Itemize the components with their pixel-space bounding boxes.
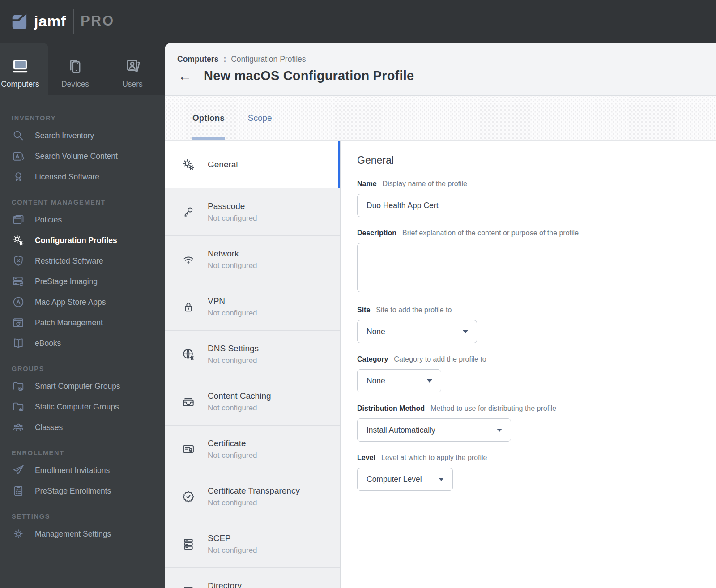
payload-status: Not configured <box>208 261 257 270</box>
sidebar-item-search-inventory[interactable]: Search Inventory <box>0 125 165 146</box>
description-textarea[interactable] <box>357 243 716 292</box>
context-tab-devices[interactable]: Devices <box>52 43 98 95</box>
context-nav: ComputersDevicesUsers <box>0 43 165 95</box>
sidebar-item-label: Static Computer Groups <box>35 402 119 412</box>
paper-plane-icon <box>12 464 25 477</box>
sidebar-item-label: Policies <box>35 215 62 225</box>
field-label: Name <box>357 180 377 188</box>
payload-text: Content CachingNot configured <box>208 391 271 413</box>
payload-title: DNS Settings <box>208 344 259 354</box>
breadcrumb-current[interactable]: Configuration Profiles <box>231 55 306 64</box>
sidebar-section-groups: GROUPSSmart Computer GroupsStatic Comput… <box>0 361 165 438</box>
sidebar-item-ebooks[interactable]: eBooks <box>0 333 165 354</box>
sidebar-item-licensed-software[interactable]: Licensed Software <box>0 166 165 187</box>
sidebar-section-header: ENROLLMENT <box>0 445 165 460</box>
seal-check-icon <box>181 490 196 504</box>
site-select[interactable]: None <box>357 320 477 343</box>
sidebar-item-restricted-software[interactable]: Restricted Software <box>0 251 165 271</box>
payload-item-passcode[interactable]: PasscodeNot configured <box>165 188 340 236</box>
sidebar: INVENTORYSearch InventorySearch Volume C… <box>0 95 165 588</box>
breadcrumb-parent[interactable]: Computers <box>177 55 218 64</box>
sidebar-section-header: CONTENT MANAGEMENT <box>0 194 165 209</box>
sidebar-section-header: GROUPS <box>0 361 165 376</box>
brand: jamf PRO <box>10 9 115 34</box>
payload-item-network[interactable]: NetworkNot configured <box>165 236 340 283</box>
main-panel: Computers : Configuration Profiles ← New… <box>165 43 716 588</box>
a-circle-icon <box>12 295 25 309</box>
context-tab-computers[interactable]: Computers <box>0 43 48 95</box>
payload-item-directory[interactable]: DirectoryNot configured <box>165 568 340 588</box>
field-hint: Level at which to apply the profile <box>381 454 487 462</box>
certificate-icon <box>181 442 196 456</box>
payload-text: DNS SettingsNot configured <box>208 344 259 365</box>
sidebar-item-label: Classes <box>35 423 63 432</box>
server-icon <box>181 537 196 551</box>
payload-text: NetworkNot configured <box>208 249 257 270</box>
payload-title: Content Caching <box>208 391 271 401</box>
sidebar-item-configuration-profiles[interactable]: Configuration Profiles <box>0 230 165 251</box>
sidebar-section-header: SETTINGS <box>0 508 165 524</box>
payload-item-vpn[interactable]: VPNNot configured <box>165 283 340 331</box>
sidebar-item-enrollment-invitations[interactable]: Enrollment Invitations <box>0 460 165 481</box>
payload-item-scep[interactable]: SCEPNot configured <box>165 520 340 568</box>
clipboard-check-icon <box>12 484 25 498</box>
field-labels: CategoryCategory to add the profile to <box>357 355 716 363</box>
payload-status: Not configured <box>208 356 259 365</box>
general-form: General NameDisplay name of the profileD… <box>341 141 716 588</box>
brand-suffix: PRO <box>81 13 115 29</box>
tab-scope[interactable]: Scope <box>248 96 272 140</box>
content-area: GeneralPasscodeNot configuredNetworkNot … <box>165 141 716 588</box>
globe-gear-icon <box>181 347 196 362</box>
field-label: Level <box>357 454 375 462</box>
tab-label: Options <box>192 113 225 123</box>
sidebar-item-management-settings[interactable]: Management Settings <box>0 524 165 544</box>
form-heading: General <box>357 154 716 166</box>
payload-title: Network <box>208 249 257 259</box>
payload-item-certificate-transparency[interactable]: Certificate TransparencyNot configured <box>165 473 340 520</box>
level-select[interactable]: Computer Level <box>357 468 453 491</box>
sidebar-item-static-computer-groups[interactable]: Static Computer Groups <box>0 396 165 417</box>
sidebar-section-inventory: INVENTORYSearch InventorySearch Volume C… <box>0 110 165 187</box>
sidebar-item-patch-management[interactable]: Patch Management <box>0 312 165 333</box>
payload-title: Certificate <box>208 439 257 448</box>
distribution_method-select[interactable]: Install Automatically <box>357 418 511 442</box>
payload-item-general[interactable]: General <box>165 141 340 188</box>
payload-status: Not configured <box>208 309 257 318</box>
context-tab-label: Devices <box>61 80 89 89</box>
app-square-icon <box>12 149 25 163</box>
sidebar-item-prestage-enrollments[interactable]: PreStage Enrollments <box>0 481 165 501</box>
gears-icon <box>12 234 25 247</box>
context-tab-users[interactable]: Users <box>110 43 155 95</box>
key-icon <box>181 205 196 219</box>
tab-options[interactable]: Options <box>192 96 225 140</box>
back-arrow-icon[interactable]: ← <box>177 69 193 83</box>
browser-icon <box>12 213 25 226</box>
field-hint: Brief explanation of the content or purp… <box>402 229 579 237</box>
sidebar-item-label: Licensed Software <box>35 172 99 182</box>
field-label: Distribution Method <box>357 405 425 413</box>
payload-text: General <box>208 160 238 170</box>
inbox-icon <box>181 395 196 409</box>
breadcrumb: Computers : Configuration Profiles <box>177 55 716 64</box>
sidebar-item-mac-app-store-apps[interactable]: Mac App Store Apps <box>0 292 165 312</box>
payload-text: DirectoryNot configured <box>208 581 257 588</box>
people-icon <box>12 421 25 434</box>
field-site: SiteSite to add the profile toNone <box>357 306 716 343</box>
name-input[interactable] <box>357 194 716 217</box>
payload-text: PasscodeNot configured <box>208 201 257 223</box>
payload-item-certificate[interactable]: CertificateNot configured <box>165 426 340 473</box>
page-title: New macOS Configuration Profile <box>204 68 414 83</box>
payload-item-dns-settings[interactable]: DNS SettingsNot configured <box>165 331 340 378</box>
payload-item-content-caching[interactable]: Content CachingNot configured <box>165 378 340 426</box>
sidebar-item-smart-computer-groups[interactable]: Smart Computer Groups <box>0 376 165 396</box>
site-select-value: None <box>367 327 385 337</box>
sidebar-item-policies[interactable]: Policies <box>0 209 165 230</box>
sidebar-item-classes[interactable]: Classes <box>0 417 165 438</box>
field-distribution_method: Distribution MethodMethod to use for dis… <box>357 405 716 442</box>
payload-title: Passcode <box>208 201 257 211</box>
sidebar-item-prestage-imaging[interactable]: PreStage Imaging <box>0 271 165 292</box>
gears-icon <box>181 158 196 172</box>
category-select[interactable]: None <box>357 369 441 392</box>
sidebar-item-search-volume-content[interactable]: Search Volume Content <box>0 146 165 166</box>
sidebar-item-label: Search Volume Content <box>35 152 118 161</box>
